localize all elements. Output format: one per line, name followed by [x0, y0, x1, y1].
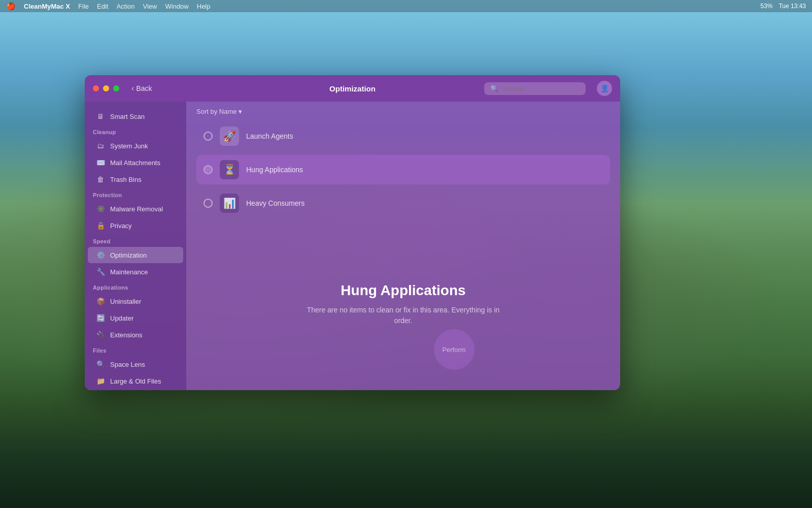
back-button[interactable]: ‹ Back	[131, 84, 152, 93]
avatar-icon: 👤	[600, 84, 609, 92]
hung-applications-label: Hung Applications	[246, 166, 303, 174]
window-minimize-button[interactable]	[103, 85, 109, 91]
sidebar-section-cleanup: Cleanup	[85, 125, 186, 137]
sort-label[interactable]: Sort by Name ▾	[196, 108, 242, 115]
sidebar-section-applications: Applications	[85, 280, 186, 293]
menubar-app-name[interactable]: CleanMyMac X	[24, 3, 70, 10]
sidebar-section-files: Files	[85, 343, 186, 356]
space-lens-icon: 🔍	[96, 360, 105, 369]
sidebar-label-maintenance: Maintenance	[110, 268, 148, 276]
menubar: 🍎 CleanMyMac X File Edit Action View Win…	[0, 0, 812, 12]
back-chevron-icon: ‹	[131, 84, 134, 93]
sidebar-item-updater[interactable]: 🔄 Updater	[88, 310, 183, 326]
sidebar-label-malware-removal: Malware Removal	[110, 205, 163, 213]
hung-applications-icon-container: ⏳	[220, 160, 239, 179]
large-old-files-icon: 📁	[96, 376, 105, 386]
mail-attachments-icon: ✉️	[96, 158, 105, 167]
launch-agents-icon-container: 🚀	[220, 126, 239, 146]
menubar-help[interactable]: Help	[197, 3, 211, 10]
smart-scan-icon: 🖥	[96, 112, 105, 121]
sidebar-label-updater: Updater	[110, 314, 133, 322]
menubar-edit[interactable]: Edit	[97, 3, 108, 10]
hung-applications-icon: ⏳	[223, 164, 236, 176]
menubar-window[interactable]: Window	[165, 3, 189, 10]
window-maximize-button[interactable]	[113, 85, 119, 91]
back-label: Back	[136, 84, 152, 92]
optimization-icon: ⚙️	[96, 250, 105, 260]
app-window: ‹ Back Optimization 🔍 👤 🖥 Smart Scan Cle…	[85, 75, 620, 390]
sidebar-label-system-junk: System Junk	[110, 142, 148, 150]
perform-button[interactable]: Perform	[434, 329, 475, 370]
menubar-view[interactable]: View	[143, 3, 157, 10]
heavy-consumers-icon-container: 📊	[220, 194, 239, 213]
menubar-battery: 53%	[760, 3, 772, 10]
sidebar-label-space-lens: Space Lens	[110, 361, 145, 368]
list-item-heavy-consumers[interactable]: 📊 Heavy Consumers	[196, 188, 610, 218]
hung-applications-radio[interactable]	[204, 165, 213, 174]
sidebar-item-maintenance[interactable]: 🔧 Maintenance	[88, 264, 183, 280]
sidebar-item-large-old-files[interactable]: 📁 Large & Old Files	[88, 373, 183, 389]
menubar-right: 53% Tue 13:43	[760, 3, 806, 10]
malware-removal-icon: ✳️	[96, 204, 105, 213]
heavy-consumers-radio[interactable]	[204, 199, 213, 208]
sidebar-item-optimization[interactable]: ⚙️ Optimization	[88, 247, 183, 263]
sidebar-label-large-old-files: Large & Old Files	[110, 377, 161, 385]
detail-area: Hung Applications There are no items to …	[186, 218, 620, 390]
list-item-hung-applications[interactable]: ⏳ Hung Applications	[196, 155, 610, 184]
sidebar-item-uninstaller[interactable]: 📦 Uninstaller	[88, 293, 183, 309]
apple-logo-icon[interactable]: 🍎	[6, 2, 16, 11]
search-box[interactable]: 🔍	[484, 82, 586, 95]
sort-bar: Sort by Name ▾	[186, 102, 620, 121]
launch-agents-radio[interactable]	[204, 132, 213, 141]
sidebar-label-extensions: Extensions	[110, 331, 143, 339]
sidebar-item-privacy[interactable]: 🔒 Privacy	[88, 217, 183, 234]
sidebar-item-space-lens[interactable]: 🔍 Space Lens	[88, 356, 183, 372]
menubar-action[interactable]: Action	[116, 3, 134, 10]
sidebar-label-trash-bins: Trash Bins	[110, 176, 142, 183]
menubar-time: Tue 13:43	[779, 3, 806, 10]
items-list: 🚀 Launch Agents ⏳ Hung Applications	[186, 121, 620, 218]
sidebar-label-mail-attachments: Mail Attachments	[110, 159, 160, 167]
sidebar-item-mail-attachments[interactable]: ✉️ Mail Attachments	[88, 154, 183, 171]
sidebar-label-smart-scan: Smart Scan	[110, 113, 145, 120]
sidebar: 🖥 Smart Scan Cleanup 🗂 System Junk ✉️ Ma…	[85, 102, 186, 390]
launch-agents-label: Launch Agents	[246, 132, 293, 140]
maintenance-icon: 🔧	[96, 267, 105, 276]
menubar-left: 🍎 CleanMyMac X File Edit Action View Win…	[6, 2, 760, 11]
launch-agents-icon: 🚀	[223, 130, 236, 142]
window-close-button[interactable]	[93, 85, 99, 91]
sidebar-section-protection: Protection	[85, 188, 186, 200]
sidebar-item-smart-scan[interactable]: 🖥 Smart Scan	[88, 108, 183, 124]
detail-subtitle: There are no items to clean or fix in th…	[302, 305, 505, 326]
sidebar-item-system-junk[interactable]: 🗂 System Junk	[88, 138, 183, 154]
sidebar-item-extensions[interactable]: 🔌 Extensions	[88, 327, 183, 343]
window-controls	[93, 85, 119, 91]
list-item-launch-agents[interactable]: 🚀 Launch Agents	[196, 121, 610, 151]
sidebar-label-uninstaller: Uninstaller	[110, 298, 141, 305]
updater-icon: 🔄	[96, 313, 105, 323]
title-bar: ‹ Back Optimization 🔍 👤	[85, 75, 620, 102]
detail-title: Hung Applications	[341, 282, 465, 299]
heavy-consumers-icon: 📊	[223, 197, 236, 209]
sidebar-item-trash-bins[interactable]: 🗑 Trash Bins	[88, 171, 183, 187]
content-panel: Sort by Name ▾ 🚀 Launch Agents ⏳	[186, 102, 620, 390]
user-avatar[interactable]: 👤	[597, 81, 612, 96]
sidebar-item-shredder[interactable]: 🗃 Shredder	[88, 390, 183, 390]
sidebar-label-privacy: Privacy	[110, 222, 132, 230]
heavy-consumers-label: Heavy Consumers	[246, 199, 304, 207]
main-content: 🖥 Smart Scan Cleanup 🗂 System Junk ✉️ Ma…	[85, 102, 620, 390]
sidebar-item-malware-removal[interactable]: ✳️ Malware Removal	[88, 201, 183, 217]
search-icon: 🔍	[490, 85, 498, 92]
system-junk-icon: 🗂	[96, 141, 105, 150]
sidebar-label-optimization: Optimization	[110, 251, 147, 259]
privacy-icon: 🔒	[96, 221, 105, 230]
menubar-file[interactable]: File	[78, 3, 89, 10]
sidebar-section-speed: Speed	[85, 234, 186, 246]
uninstaller-icon: 📦	[96, 297, 105, 306]
trash-bins-icon: 🗑	[96, 175, 105, 184]
window-title: Optimization	[329, 84, 376, 93]
search-input[interactable]	[502, 85, 580, 92]
extensions-icon: 🔌	[96, 330, 105, 339]
